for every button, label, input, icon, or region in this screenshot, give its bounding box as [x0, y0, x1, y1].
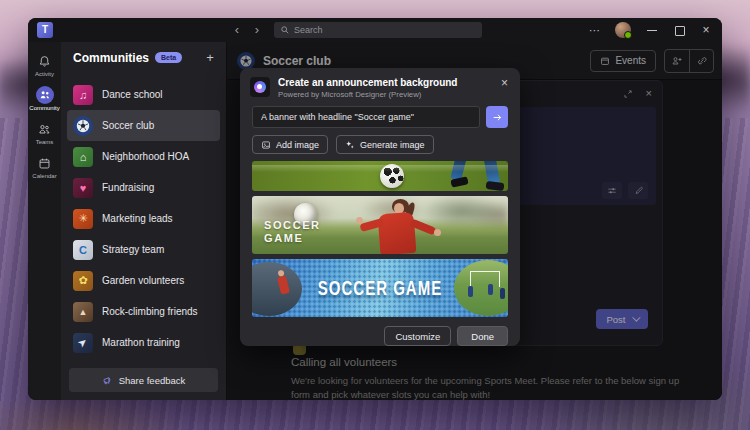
search-icon	[281, 26, 289, 34]
desktop: T Search	[0, 0, 750, 430]
teams-window: T Search	[28, 18, 722, 400]
community-icon	[36, 86, 54, 104]
add-image-label: Add image	[276, 140, 319, 150]
banner-headline: SOCCER GAME	[264, 219, 321, 247]
share-feedback-label: Share feedback	[119, 375, 186, 386]
community-item-soccer-club[interactable]: Soccer club	[67, 110, 220, 141]
dialog-header: Create an announcement background Powere…	[240, 68, 520, 99]
dance-school-icon: ♫	[73, 85, 93, 105]
image-icon	[261, 140, 271, 150]
titlebar: T Search	[28, 18, 722, 42]
player-shoe-graphic	[486, 181, 505, 191]
community-item-fundraising[interactable]: ♥ Fundraising	[67, 172, 220, 203]
teams-logo-icon: T	[37, 22, 53, 38]
image-option-buttons: Add image Generate image	[252, 135, 508, 154]
calendar-icon	[36, 154, 54, 172]
strategy-logo-icon: C	[73, 240, 93, 260]
add-community-icon[interactable]	[202, 50, 218, 65]
avatar[interactable]	[615, 22, 631, 38]
generate-image-button[interactable]: Generate image	[336, 135, 434, 154]
search-placeholder: Search	[294, 25, 323, 35]
sidebar-header: Communities Beta	[61, 42, 226, 65]
house-icon: ⌂	[73, 147, 93, 167]
rail-label: Teams	[36, 139, 54, 145]
community-list: ♫ Dance school Soccer club ⌂ Neighborhoo…	[61, 79, 226, 358]
heart-icon: ♥	[73, 178, 93, 198]
banner-option-blue-halftone[interactable]: SOCCER GAME	[252, 259, 508, 317]
asterisk-icon: ✳	[73, 209, 93, 229]
share-feedback-button[interactable]: Share feedback	[69, 368, 218, 392]
dialog-title: Create an announcement background	[278, 77, 457, 88]
megaphone-icon	[102, 375, 113, 386]
soccer-ball-graphic	[380, 164, 404, 188]
app-rail: Activity Community Teams	[28, 42, 61, 400]
titlebar-right	[589, 18, 712, 42]
back-icon[interactable]	[230, 21, 244, 39]
banner-option-grass-ball[interactable]	[252, 161, 508, 191]
forward-icon[interactable]	[250, 21, 264, 39]
prompt-row	[252, 106, 508, 128]
feather-icon: ➤	[73, 333, 93, 353]
community-item-strategy-team[interactable]: C Strategy team	[67, 234, 220, 265]
customize-button[interactable]: Customize	[384, 326, 451, 346]
soccer-ball-icon	[73, 116, 93, 136]
rail-item-community[interactable]: Community	[28, 86, 61, 111]
player-graphic	[364, 199, 444, 254]
flower-icon: ✿	[73, 271, 93, 291]
send-button[interactable]	[486, 106, 508, 128]
rail-label: Calendar	[32, 173, 56, 179]
sidebar-title: Communities	[73, 51, 149, 65]
microsoft-designer-icon	[250, 77, 270, 97]
community-item-marathon-training[interactable]: ➤ Marathon training	[67, 327, 220, 358]
community-item-marketing-leads[interactable]: ✳ Marketing leads	[67, 203, 220, 234]
community-item-dance-school[interactable]: ♫ Dance school	[67, 79, 220, 110]
community-item-rock-climbing-friends[interactable]: ▲ Rock-climbing friends	[67, 296, 220, 327]
mountain-icon: ▲	[73, 302, 93, 322]
prompt-input[interactable]	[252, 106, 480, 128]
communities-sidebar: Communities Beta ♫ Dance school Soccer c…	[61, 42, 227, 400]
rail-item-calendar[interactable]: Calendar	[28, 154, 61, 179]
dialog-close-icon[interactable]	[501, 77, 508, 89]
dialog-footer: Customize Done	[252, 326, 508, 346]
close-icon[interactable]	[700, 24, 712, 36]
bell-icon	[36, 52, 54, 70]
designer-dialog: Create an announcement background Powere…	[240, 68, 520, 346]
community-item-garden-volunteers[interactable]: ✿ Garden volunteers	[67, 265, 220, 296]
community-item-neighborhood-hoa[interactable]: ⌂ Neighborhood HOA	[67, 141, 220, 172]
beta-badge: Beta	[155, 52, 182, 63]
minimize-icon[interactable]	[646, 24, 658, 36]
search-input[interactable]: Search	[274, 22, 482, 38]
dialog-subtitle: Powered by Microsoft Designer (Preview)	[278, 90, 457, 99]
add-image-button[interactable]: Add image	[252, 135, 328, 154]
more-options-icon[interactable]	[589, 25, 600, 35]
generate-image-label: Generate image	[360, 140, 425, 150]
banner-suggestions: SOCCER GAME SOCCER GAME	[252, 161, 508, 317]
maximize-icon[interactable]	[673, 24, 685, 36]
banner-option-player-photo[interactable]: SOCCER GAME	[252, 196, 508, 254]
done-button[interactable]: Done	[457, 326, 508, 346]
sparkle-icon	[345, 140, 355, 150]
rail-label: Activity	[35, 71, 54, 77]
banner-headline: SOCCER GAME	[252, 277, 508, 299]
teams-icon	[36, 120, 54, 138]
rail-label: Community	[29, 105, 59, 111]
rail-item-teams[interactable]: Teams	[28, 120, 61, 145]
rail-item-activity[interactable]: Activity	[28, 52, 61, 77]
